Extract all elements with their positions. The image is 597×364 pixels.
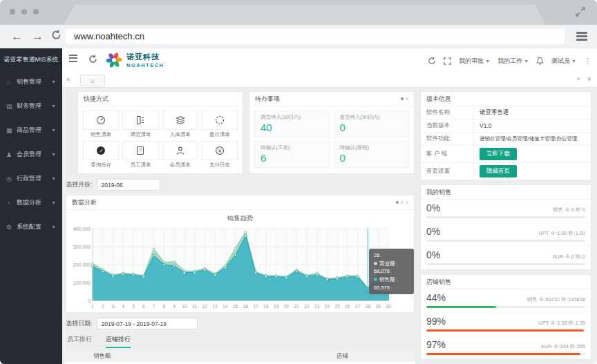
browser-tab[interactable]	[64, 5, 546, 25]
expand-icon[interactable]	[575, 6, 586, 17]
svg-text:28: 28	[366, 304, 371, 309]
svg-text:14: 14	[222, 304, 228, 309]
app-header: 诺亚科技 NOAHTECH 我的审批▼ 我的工作▼	[62, 48, 597, 73]
month-picker-input[interactable]	[97, 179, 160, 191]
sidebar-item-admin[interactable]: ◎ 行政管理 ▼	[0, 166, 62, 191]
fullscreen-icon[interactable]	[444, 57, 451, 65]
quick-item-query-stock[interactable]: 查询库存	[83, 141, 119, 169]
todo-card-confirm-reimburse[interactable]: 待确认(报销)0	[334, 141, 410, 168]
sidebar-item-analytics[interactable]: ◔ 数据分析 ▼	[0, 191, 62, 215]
browser-window: ← → www.noahtech.cn 诺亚零售通MIS系统 ⌂ 销售管理 ▼ …	[0, 0, 597, 364]
tab-employee-ranking[interactable]: 员工排行	[67, 335, 92, 348]
chevron-down-icon: ▼	[485, 59, 490, 64]
chart-tooltip: 28 营业额 : 68,076 销售额 : 65,575	[369, 249, 414, 294]
sidebar-item-member[interactable]: ♟ 会员管理 ▼	[0, 142, 62, 166]
svg-text:¥: ¥	[218, 148, 222, 154]
svg-text:1: 1	[91, 304, 94, 309]
todo-card-return-in[interactable]: 退货待入(30日内)0	[334, 111, 410, 137]
user-icon	[176, 146, 185, 155]
chevron-down-icon: ▼	[51, 104, 56, 108]
svg-text:9: 9	[173, 304, 176, 309]
url-bar[interactable]: www.noahtech.cn	[66, 29, 565, 44]
admin-icon: ◎	[6, 175, 14, 182]
stat-row: 97%AUR 今:344 昨:355	[421, 336, 591, 359]
todo-card-transfer-in[interactable]: 调货待入(30日内)40	[254, 111, 330, 137]
my-sales-title: 我的销售	[421, 185, 591, 200]
page-tab-bar: « ⌂ » ∨	[62, 73, 597, 88]
data-analysis-panel: 数据分析 销售趋势 0100,000200,000300,000400,0001…	[66, 195, 415, 313]
home-page-tab[interactable]: ⌂	[80, 75, 105, 86]
quick-item-inbound-list[interactable]: 入库清单	[162, 111, 198, 138]
download-client-button[interactable]: 立即下载	[480, 148, 517, 160]
home-icon: ⌂	[91, 77, 94, 84]
progress-bar	[426, 263, 585, 265]
reload-page-icon[interactable]	[88, 55, 97, 64]
tabs-dropdown-icon[interactable]: ∨	[587, 75, 591, 82]
svg-text:5: 5	[132, 304, 135, 309]
quick-access-title: 快捷方式	[78, 92, 243, 106]
quick-item-sales-list[interactable]: 销售清单	[83, 111, 119, 138]
svg-text:12: 12	[202, 304, 208, 309]
collapse-menu-icon[interactable]	[69, 55, 77, 64]
transfer-list-icon	[135, 115, 145, 125]
menu-my-approvals[interactable]: 我的审批▼	[459, 57, 490, 66]
chevron-down-icon: ▼	[51, 200, 56, 205]
svg-text:30: 30	[386, 304, 391, 309]
app-viewport: 诺亚零售通MIS系统 ⌂ 销售管理 ▼ ▤ 财务管理 ▼ ▦ 商品管理 ▼ ♟ …	[0, 48, 597, 364]
svg-text:200,000: 200,000	[73, 262, 91, 267]
todo-card-confirm-salary[interactable]: 待确认(工资)6	[254, 141, 330, 168]
svg-text:23: 23	[314, 304, 320, 309]
menu-my-work[interactable]: 我的工作▼	[498, 57, 529, 66]
goods-icon: ▦	[6, 127, 14, 134]
data-analysis-title: 数据分析	[72, 199, 97, 206]
sales-trend-chart[interactable]: 0100,000200,000300,000400,00012345678910…	[72, 224, 408, 311]
svg-text:3: 3	[112, 304, 115, 309]
tabs-scroll-left-icon[interactable]: «	[66, 75, 70, 83]
svg-text:18: 18	[263, 304, 269, 309]
svg-text:24: 24	[325, 304, 330, 309]
svg-text:300,000: 300,000	[73, 245, 91, 249]
carousel-dots[interactable]	[401, 97, 408, 100]
quick-item-payment-log[interactable]: ¥ 支付日志	[202, 141, 238, 169]
date-range-input[interactable]	[97, 318, 198, 329]
quick-item-stocktake-list[interactable]: 盘存清单	[202, 111, 238, 138]
sidebar-item-sales[interactable]: ⌂ 销售管理 ▼	[0, 70, 62, 94]
forward-icon[interactable]: →	[32, 29, 44, 44]
tabs-scroll-right-icon[interactable]: »	[576, 75, 580, 82]
window-control-dots[interactable]	[10, 9, 39, 15]
pinwheel-logo-icon	[105, 51, 123, 69]
quick-item-transfer-list[interactable]: 调货清单	[122, 111, 158, 138]
gear-icon: ⚙	[6, 224, 14, 231]
stat-row: 0%AUR 今:0 昨:0	[421, 247, 591, 269]
amount-column-header: 销售额	[89, 350, 316, 362]
store-ranking-table: 销售额 店铺 1 ¥10,028.00 罗生龙潭路HCAD 2 ¥8,373.0…	[66, 350, 415, 364]
bell-icon[interactable]	[536, 57, 544, 65]
progress-bar	[426, 353, 585, 355]
svg-text:0: 0	[88, 298, 91, 303]
noahtech-logo: 诺亚科技 NOAHTECH	[105, 51, 164, 69]
yen-circle-icon: ¥	[215, 146, 225, 155]
chevron-down-icon: ▼	[51, 176, 56, 181]
svg-text:8: 8	[162, 304, 165, 309]
refresh-icon[interactable]	[51, 30, 61, 40]
back-icon[interactable]: ←	[11, 29, 23, 44]
hide-homepage-button[interactable]: 隐藏首页	[480, 165, 517, 178]
date-picker-label: 选择日期:	[66, 319, 93, 328]
svg-text:7: 7	[153, 304, 155, 309]
progress-bar	[426, 240, 585, 242]
browser-menu-icon[interactable]	[576, 32, 587, 42]
version-row-version: 当前版本 V1.0	[421, 119, 591, 133]
tab-store-ranking[interactable]: 店铺排行	[106, 335, 131, 348]
sidebar-item-goods[interactable]: ▦ 商品管理 ▼	[0, 118, 62, 142]
quick-item-employee-list[interactable]: ? 员工清单	[122, 141, 158, 169]
svg-text:25: 25	[335, 304, 341, 309]
sync-icon[interactable]	[428, 57, 436, 65]
carousel-dots[interactable]	[396, 201, 408, 204]
quick-access-panel: 快捷方式 销售清单 调货清单 入库清单	[77, 91, 243, 174]
my-sales-panel: 我的销售 0%销售 今:0 昨:0 0%UPT 今:1.00 昨:1.00 0%…	[420, 184, 591, 270]
sidebar-item-settings[interactable]: ⚙ 系统配置 ▼	[0, 215, 62, 239]
quick-item-member-list[interactable]: 会员清单	[162, 141, 198, 169]
user-menu[interactable]: 测试员▼	[551, 57, 576, 66]
more-options-icon[interactable]: ⋮	[584, 57, 591, 66]
sidebar-item-finance[interactable]: ▤ 财务管理 ▼	[0, 94, 62, 118]
